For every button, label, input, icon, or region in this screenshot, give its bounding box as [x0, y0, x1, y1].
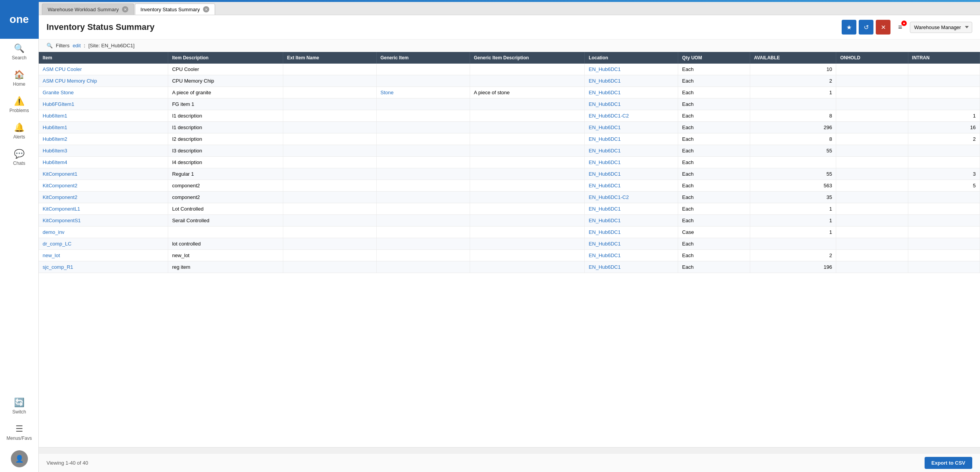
horizontal-scrollbar[interactable]: [39, 447, 980, 453]
cell-item[interactable]: KitComponent2: [39, 192, 168, 203]
role-dropdown[interactable]: Warehouse Manager: [910, 22, 972, 33]
cell-item[interactable]: Granite Stone: [39, 87, 168, 99]
cell-item[interactable]: Hub6Item2: [39, 133, 168, 145]
cell-item[interactable]: KitComponent1: [39, 168, 168, 180]
close-page-button[interactable]: ✕: [876, 20, 890, 35]
cell-item[interactable]: demo_inv: [39, 226, 168, 238]
sidebar-item-problems[interactable]: ⚠️ Problems: [0, 92, 38, 118]
item-link[interactable]: KitComponent2: [43, 183, 78, 188]
item-link[interactable]: new_lot: [43, 252, 60, 258]
location-link[interactable]: EN_Hub6DC1: [589, 78, 620, 84]
item-link[interactable]: dr_comp_LC: [43, 241, 71, 247]
location-link[interactable]: EN_Hub6DC1-C2: [589, 113, 629, 119]
cell-item[interactable]: Hub6Item1: [39, 122, 168, 133]
item-link[interactable]: ASM CPU Cooler: [43, 66, 82, 72]
item-link[interactable]: Hub6FGItem1: [43, 101, 74, 107]
item-link[interactable]: demo_inv: [43, 229, 64, 235]
location-link[interactable]: EN_Hub6DC1: [589, 241, 620, 247]
item-link[interactable]: KitComponentL1: [43, 206, 80, 212]
location-link[interactable]: EN_Hub6DC1: [589, 90, 620, 95]
avatar[interactable]: 👤: [11, 450, 28, 467]
item-link[interactable]: Hub6Item2: [43, 136, 67, 142]
cell-location[interactable]: EN_Hub6DC1: [585, 122, 678, 133]
item-link[interactable]: Hub6Item3: [43, 148, 67, 154]
tab-inventory-status[interactable]: Inventory Status Summary ✕: [135, 3, 215, 15]
cell-item[interactable]: KitComponentL1: [39, 203, 168, 215]
cell-location[interactable]: EN_Hub6DC1: [585, 157, 678, 168]
sidebar-item-chats[interactable]: 💬 Chats: [0, 144, 38, 171]
cell-item[interactable]: Hub6FGItem1: [39, 99, 168, 110]
item-link[interactable]: sjc_comp_R1: [43, 264, 73, 270]
item-link[interactable]: ASM CPU Memory Chip: [43, 78, 97, 84]
cell-generic[interactable]: Stone: [376, 87, 470, 99]
location-link[interactable]: EN_Hub6DC1: [589, 159, 620, 165]
cell-item[interactable]: Hub6Item3: [39, 145, 168, 157]
cell-item[interactable]: dr_comp_LC: [39, 238, 168, 250]
item-link[interactable]: Hub6Item1: [43, 124, 67, 130]
cell-uom: Each: [678, 87, 750, 99]
cell-location[interactable]: EN_Hub6DC1: [585, 180, 678, 192]
location-link[interactable]: EN_Hub6DC1-C2: [589, 194, 629, 200]
export-csv-button[interactable]: Export to CSV: [925, 457, 972, 469]
sidebar-item-alerts[interactable]: 🔔 Alerts: [0, 118, 38, 144]
refresh-button[interactable]: ↺: [859, 20, 873, 35]
sidebar-item-home[interactable]: 🏠 Home: [0, 65, 38, 92]
location-link[interactable]: EN_Hub6DC1: [589, 66, 620, 72]
item-link[interactable]: KitComponent1: [43, 171, 78, 177]
cell-item[interactable]: Hub6Item1: [39, 110, 168, 122]
cell-location[interactable]: EN_Hub6DC1: [585, 168, 678, 180]
cell-location[interactable]: EN_Hub6DC1: [585, 250, 678, 261]
cell-item[interactable]: KitComponent2: [39, 180, 168, 192]
cell-location[interactable]: EN_Hub6DC1: [585, 203, 678, 215]
location-link[interactable]: EN_Hub6DC1: [589, 264, 620, 270]
location-link[interactable]: EN_Hub6DC1: [589, 148, 620, 154]
item-link[interactable]: Hub6Item1: [43, 113, 67, 119]
generic-link[interactable]: Stone: [381, 90, 394, 95]
cell-uom: Each: [678, 110, 750, 122]
item-link[interactable]: KitComponent2: [43, 194, 78, 200]
cell-location[interactable]: EN_Hub6DC1: [585, 133, 678, 145]
cell-location[interactable]: EN_Hub6DC1: [585, 238, 678, 250]
sidebar-item-switch[interactable]: 🔄 Switch: [0, 393, 38, 419]
cell-location[interactable]: EN_Hub6DC1: [585, 87, 678, 99]
cell-item[interactable]: ASM CPU Memory Chip: [39, 75, 168, 87]
cell-item[interactable]: Hub6Item4: [39, 157, 168, 168]
viewing-label: Viewing 1-40 of 40: [47, 460, 88, 466]
cell-location[interactable]: EN_Hub6DC1: [585, 64, 678, 75]
switch-icon: 🔄: [14, 398, 24, 408]
cell-item[interactable]: KitComponentS1: [39, 215, 168, 226]
location-link[interactable]: EN_Hub6DC1: [589, 229, 620, 235]
location-link[interactable]: EN_Hub6DC1: [589, 218, 620, 223]
filter-edit-link[interactable]: edit: [72, 43, 81, 48]
location-link[interactable]: EN_Hub6DC1: [589, 206, 620, 212]
cell-item[interactable]: new_lot: [39, 250, 168, 261]
menu-button[interactable]: ≡ ●: [893, 20, 908, 35]
sidebar-item-search[interactable]: 🔍 Search: [0, 39, 38, 65]
tab-close-warehouse[interactable]: ✕: [122, 6, 128, 12]
location-link[interactable]: EN_Hub6DC1: [589, 124, 620, 130]
location-link[interactable]: EN_Hub6DC1: [589, 252, 620, 258]
location-link[interactable]: EN_Hub6DC1: [589, 171, 620, 177]
favorite-button[interactable]: ★: [842, 20, 856, 35]
cell-location[interactable]: EN_Hub6DC1-C2: [585, 192, 678, 203]
item-link[interactable]: Hub6Item4: [43, 159, 67, 165]
location-link[interactable]: EN_Hub6DC1: [589, 183, 620, 188]
tab-close-inventory[interactable]: ✕: [203, 6, 209, 12]
cell-location[interactable]: EN_Hub6DC1: [585, 75, 678, 87]
item-link[interactable]: KitComponentS1: [43, 218, 81, 223]
location-link[interactable]: EN_Hub6DC1: [589, 101, 620, 107]
app-logo[interactable]: one: [0, 0, 39, 39]
cell-location[interactable]: EN_Hub6DC1: [585, 215, 678, 226]
location-link[interactable]: EN_Hub6DC1: [589, 136, 620, 142]
sidebar-item-menus[interactable]: ☰ Menus/Favs: [0, 419, 38, 446]
cell-location[interactable]: EN_Hub6DC1: [585, 145, 678, 157]
cell-item[interactable]: ASM CPU Cooler: [39, 64, 168, 75]
item-link[interactable]: Granite Stone: [43, 90, 74, 95]
cell-location[interactable]: EN_Hub6DC1: [585, 99, 678, 110]
cell-location[interactable]: EN_Hub6DC1: [585, 261, 678, 273]
tab-warehouse-workload[interactable]: Warehouse Workload Summary ✕: [42, 3, 134, 15]
cell-ext: [283, 168, 376, 180]
cell-item[interactable]: sjc_comp_R1: [39, 261, 168, 273]
cell-location[interactable]: EN_Hub6DC1-C2: [585, 110, 678, 122]
cell-location[interactable]: EN_Hub6DC1: [585, 226, 678, 238]
